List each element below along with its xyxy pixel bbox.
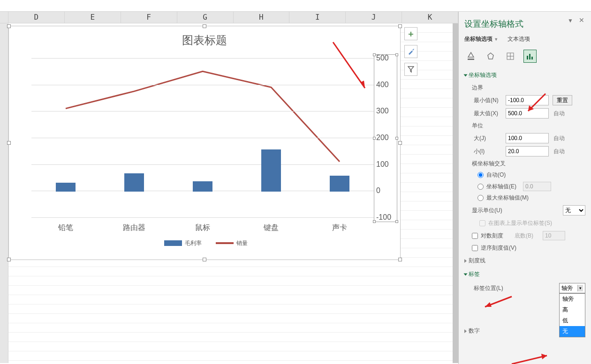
select-display-unit[interactable]: 无 bbox=[563, 205, 585, 215]
y-tick-label: 100 bbox=[376, 160, 395, 169]
label-cross: 横坐标轴交叉 bbox=[464, 158, 585, 170]
legend-line-swatch bbox=[216, 242, 234, 244]
input-min-value[interactable] bbox=[506, 95, 549, 105]
x-category-label: 声卡 bbox=[332, 223, 347, 233]
x-category-label: 键盘 bbox=[264, 223, 279, 233]
col-g[interactable]: G bbox=[177, 12, 234, 23]
chart-add-element-button[interactable]: ＋ bbox=[404, 27, 417, 40]
dd-option-high[interactable]: 高 bbox=[560, 305, 585, 315]
bar[interactable] bbox=[330, 176, 349, 192]
y-tick-label: 200 bbox=[376, 134, 395, 142]
pane-close-button[interactable]: ✕ bbox=[579, 16, 584, 24]
input-major-unit[interactable] bbox=[506, 133, 549, 143]
input-cross-value bbox=[523, 182, 551, 191]
x-category-label: 铅笔 bbox=[58, 223, 73, 233]
col-j[interactable]: J bbox=[346, 12, 402, 23]
svg-line-12 bbox=[485, 297, 512, 307]
section-labels[interactable]: 标签 bbox=[464, 267, 585, 281]
spreadsheet-area: D E F G H I J K 图表标 bbox=[0, 12, 459, 364]
formula-bar[interactable] bbox=[0, 0, 591, 12]
svg-marker-15 bbox=[541, 354, 547, 359]
chart-title[interactable]: 图表标题 bbox=[13, 33, 396, 48]
reset-min-button[interactable]: 重置 bbox=[553, 95, 572, 105]
svg-rect-9 bbox=[531, 57, 533, 59]
chart-object[interactable]: 图表标题 -10001002003004005 bbox=[8, 26, 401, 260]
label-max: 最大值(X) bbox=[474, 110, 506, 118]
funnel-icon bbox=[408, 66, 414, 73]
col-h[interactable]: H bbox=[234, 12, 290, 23]
y-tick-label: 400 bbox=[376, 81, 395, 89]
y-tick-label: 500 bbox=[376, 54, 395, 62]
radio-cross-value[interactable] bbox=[477, 184, 484, 190]
y-tick-label: 0 bbox=[376, 186, 395, 195]
legend-bar-swatch bbox=[164, 240, 182, 246]
input-minor-unit[interactable] bbox=[506, 146, 549, 156]
chart-legend[interactable]: 毛利率 销量 bbox=[13, 238, 396, 247]
effects-icon[interactable] bbox=[484, 50, 497, 63]
col-d[interactable]: D bbox=[8, 12, 65, 23]
label-units: 单位 bbox=[464, 120, 585, 132]
radio-cross-max[interactable] bbox=[477, 195, 484, 201]
axis-options-icon[interactable] bbox=[523, 50, 537, 63]
tab-text-options[interactable]: 文本选项 bbox=[508, 36, 530, 42]
checkbox-reverse-order[interactable] bbox=[472, 245, 478, 251]
bar[interactable] bbox=[261, 149, 281, 192]
svg-rect-2 bbox=[468, 59, 474, 60]
col-f[interactable]: F bbox=[121, 12, 177, 23]
section-axis-options[interactable]: 坐标轴选项 bbox=[464, 68, 585, 82]
pane-dropdown-icon[interactable]: ▼ bbox=[568, 17, 573, 24]
col-i[interactable]: I bbox=[289, 12, 346, 23]
chart-styles-button[interactable] bbox=[404, 45, 417, 58]
svg-rect-7 bbox=[527, 56, 528, 59]
svg-rect-8 bbox=[529, 54, 530, 59]
input-log-base bbox=[543, 231, 565, 240]
label-min: 最小值(N) bbox=[474, 97, 506, 104]
label-label-position: 标签位置(L) bbox=[474, 284, 559, 292]
fill-line-icon[interactable] bbox=[464, 50, 477, 63]
vertical-scrollbar[interactable] bbox=[453, 23, 458, 363]
brush-icon bbox=[407, 48, 415, 55]
select-label-position[interactable]: 轴旁▾ bbox=[559, 283, 585, 293]
auto-max-label: 自动 bbox=[553, 110, 565, 118]
label-major-unit: 大(J) bbox=[474, 134, 506, 142]
format-axis-pane: ▼ ✕ 设置坐标轴格式 坐标轴选项 ▼ 文本选项 坐标轴选项 边界 最小值(N)… bbox=[459, 12, 591, 364]
checkbox-show-unit-label bbox=[479, 220, 485, 226]
section-ticks[interactable]: 刻度线 bbox=[464, 254, 585, 267]
bar[interactable] bbox=[124, 173, 144, 192]
column-headers: D E F G H I J K bbox=[0, 12, 458, 23]
svg-line-14 bbox=[512, 356, 547, 364]
label-bounds: 边界 bbox=[464, 82, 585, 94]
dd-option-low[interactable]: 低 bbox=[560, 315, 585, 326]
label-position-dropdown: 轴旁 高 低 无 bbox=[559, 293, 585, 337]
annotation-arrow-3 bbox=[481, 293, 514, 312]
y-tick-label: 300 bbox=[376, 107, 395, 115]
radio-cross-auto[interactable] bbox=[477, 172, 484, 178]
col-k[interactable]: K bbox=[402, 12, 458, 23]
label-display-unit: 显示单位(U) bbox=[472, 207, 563, 215]
bar[interactable] bbox=[193, 181, 212, 192]
legend-bar-label: 毛利率 bbox=[185, 240, 202, 246]
x-category-label: 鼠标 bbox=[195, 223, 210, 233]
dd-option-none[interactable]: 无 bbox=[560, 326, 585, 337]
size-properties-icon[interactable] bbox=[504, 50, 517, 63]
checkbox-log-scale[interactable] bbox=[472, 233, 478, 239]
svg-marker-13 bbox=[485, 302, 492, 307]
dd-option-axis-side[interactable]: 轴旁 bbox=[560, 294, 585, 305]
chart-filter-button[interactable] bbox=[404, 63, 417, 76]
legend-line-label: 销量 bbox=[236, 240, 248, 246]
tab-axis-options[interactable]: 坐标轴选项 ▼ bbox=[464, 36, 498, 42]
plot-area[interactable]: -1000100200300400500 bbox=[31, 58, 374, 218]
bar[interactable] bbox=[56, 183, 76, 192]
label-minor-unit: 小(I) bbox=[474, 148, 506, 156]
col-e[interactable]: E bbox=[65, 12, 121, 23]
x-category-label: 路由器 bbox=[123, 223, 145, 233]
annotation-arrow-4 bbox=[509, 350, 552, 364]
y-tick-label: -100 bbox=[376, 213, 395, 222]
input-max-value[interactable] bbox=[506, 108, 549, 119]
svg-marker-3 bbox=[488, 53, 493, 59]
